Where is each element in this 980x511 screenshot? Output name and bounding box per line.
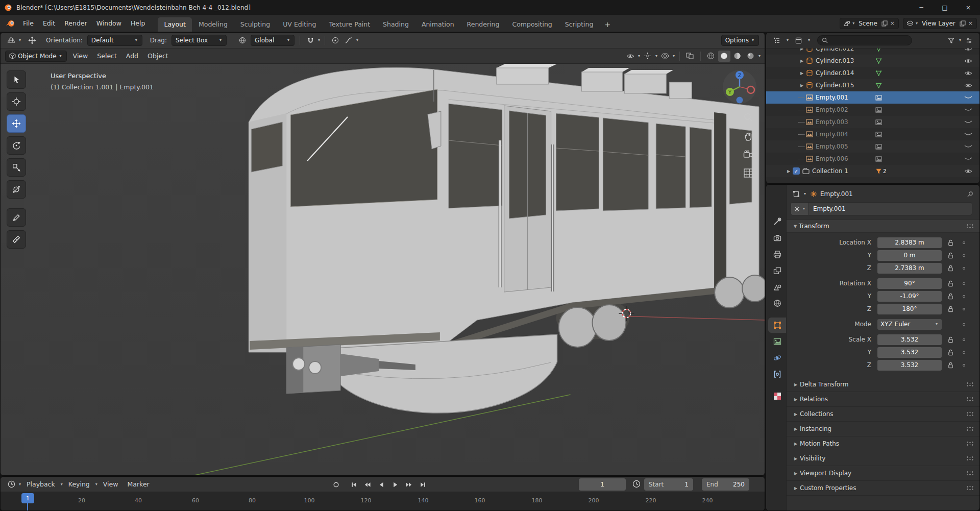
menu-add[interactable]: Add xyxy=(121,48,143,64)
eye-open-icon[interactable] xyxy=(964,83,972,88)
menu-window[interactable]: Window xyxy=(92,15,126,32)
eye-open-icon[interactable] xyxy=(964,168,972,174)
panel-grip-icon[interactable] xyxy=(966,382,974,387)
chevron-down-icon[interactable]: ▾ xyxy=(958,38,962,42)
panel-instancing[interactable]: ▶ Instancing xyxy=(787,422,979,436)
remove-view-layer-icon[interactable]: × xyxy=(967,20,974,27)
menu-select[interactable]: Select xyxy=(92,48,121,64)
preview-range-clock-icon[interactable] xyxy=(632,480,641,488)
playhead[interactable]: 1 xyxy=(21,493,34,503)
outliner-item-label[interactable]: Empty.003 xyxy=(816,118,848,126)
chevron-down-icon[interactable]: ▾ xyxy=(637,54,641,58)
chevron-down-icon[interactable]: ▾ xyxy=(94,482,99,486)
menu-render[interactable]: Render xyxy=(60,15,92,32)
chevron-down-icon[interactable]: ▾ xyxy=(786,38,790,42)
outliner-item-label[interactable]: Cylinder.014 xyxy=(816,69,854,77)
tool-annotate[interactable] xyxy=(7,208,26,227)
blender-logo-icon[interactable] xyxy=(5,19,15,28)
outliner-row-cylinder-015[interactable]: ▶ Cylinder.015 xyxy=(766,79,979,91)
tab-texture[interactable] xyxy=(768,388,786,404)
viewport-canvas[interactable]: User Perspective (1) Collection 1.001 | … xyxy=(1,64,765,476)
outliner-row-empty-001[interactable]: Empty.001 xyxy=(766,91,979,104)
close-button[interactable]: × xyxy=(957,0,980,15)
tab-modeling[interactable]: Modeling xyxy=(192,17,234,32)
tab-layout[interactable]: Layout xyxy=(158,17,192,32)
chevron-down-icon[interactable]: ▾ xyxy=(757,54,762,58)
outliner-row-empty-005[interactable]: Empty.005 xyxy=(766,140,979,153)
tab-physics[interactable] xyxy=(768,350,786,366)
panel-collections[interactable]: ▶ Collections xyxy=(787,407,979,422)
outliner-row-empty-004[interactable]: Empty.004 xyxy=(766,128,979,140)
outliner-item-label[interactable]: Cylinder.013 xyxy=(816,57,854,64)
tool-move[interactable] xyxy=(7,114,26,133)
filter-funnel-icon[interactable] xyxy=(945,35,958,46)
chevron-down-icon[interactable]: ▾ xyxy=(807,38,811,42)
scene-icon[interactable] xyxy=(842,20,851,27)
outliner-row-empty-002[interactable]: Empty.002 xyxy=(766,104,979,116)
proportional-editing-icon[interactable] xyxy=(329,35,341,46)
tool-cursor[interactable] xyxy=(7,92,26,111)
object-context-icon[interactable] xyxy=(793,190,800,198)
eye-closed-icon[interactable] xyxy=(964,157,972,161)
editor-type-outliner-icon[interactable] xyxy=(771,35,783,46)
panel-delta-transform[interactable]: ▶ Delta Transform xyxy=(787,377,979,392)
jump-to-start-button[interactable] xyxy=(348,478,360,491)
menu-keying[interactable]: Keying xyxy=(64,477,94,492)
disclosure-icon[interactable]: ▶ xyxy=(785,169,793,174)
panel-viewport-display[interactable]: ▶ Viewport Display xyxy=(787,466,979,481)
lock-open-icon[interactable] xyxy=(944,293,957,300)
location-z-field[interactable]: 2.7383 m xyxy=(877,263,942,274)
tab-uv-editing[interactable]: UV Editing xyxy=(277,17,322,32)
outliner-search-input[interactable] xyxy=(817,35,912,45)
chevron-down-icon[interactable]: ▾ xyxy=(803,192,807,196)
shading-material-icon[interactable] xyxy=(731,51,744,62)
eye-closed-icon[interactable] xyxy=(964,144,972,149)
animate-dot[interactable] xyxy=(963,351,965,354)
panel-grip-icon[interactable] xyxy=(966,397,974,402)
panel-grip-icon[interactable] xyxy=(966,456,974,461)
shading-solid-icon[interactable] xyxy=(718,51,730,62)
train-model[interactable] xyxy=(249,64,765,413)
lock-open-icon[interactable] xyxy=(944,265,957,272)
panel-transform-header[interactable]: ▼ Transform xyxy=(787,220,979,233)
unlink-scene-icon[interactable]: × xyxy=(889,20,896,27)
animate-dot[interactable] xyxy=(963,338,965,341)
lock-open-icon[interactable] xyxy=(944,306,957,312)
chevron-down-icon[interactable]: ▾ xyxy=(18,482,22,486)
new-view-layer-icon[interactable] xyxy=(959,20,967,27)
pan-hand-icon[interactable] xyxy=(743,131,753,141)
outliner-row-empty-003[interactable]: Empty.003 xyxy=(766,116,979,128)
menu-file[interactable]: File xyxy=(18,15,38,32)
transform-orientation-icon[interactable] xyxy=(236,35,249,46)
navigation-gizmo[interactable]: Z Y xyxy=(722,69,757,105)
options-dropdown[interactable]: Options ▾ xyxy=(721,35,759,46)
object-name-value[interactable]: Empty.001 xyxy=(809,205,850,212)
new-scene-icon[interactable] xyxy=(880,20,889,27)
rotation-z-field[interactable]: 180° xyxy=(877,304,942,314)
collection-filter-icon[interactable]: 2 xyxy=(875,168,886,175)
animate-dot[interactable] xyxy=(963,364,965,367)
record-button[interactable] xyxy=(330,478,342,491)
scale-x-field[interactable]: 3.532 xyxy=(877,334,942,345)
panel-grip-icon[interactable] xyxy=(966,441,974,446)
add-workspace-button[interactable]: + xyxy=(600,17,615,32)
disclosure-icon[interactable]: ▶ xyxy=(798,59,806,63)
orthographic-grid-icon[interactable] xyxy=(743,168,753,178)
overlays-toggle-icon[interactable] xyxy=(659,51,671,62)
maximize-button[interactable]: □ xyxy=(933,0,957,15)
tab-shading[interactable]: Shading xyxy=(377,17,415,32)
orientation-dropdown[interactable]: Default ▾ xyxy=(87,35,142,46)
chevron-down-icon[interactable]: ▾ xyxy=(851,21,855,26)
disclosure-icon[interactable]: ▶ xyxy=(798,83,806,88)
animate-dot[interactable] xyxy=(963,323,965,326)
proportional-falloff-icon[interactable] xyxy=(342,35,355,46)
panel-grip-icon[interactable] xyxy=(966,224,974,229)
gizmos-toggle-icon[interactable] xyxy=(642,51,654,62)
frame-start-field[interactable]: Start 1 xyxy=(644,478,693,491)
shading-rendered-icon[interactable] xyxy=(745,51,757,62)
tab-view-layer[interactable] xyxy=(768,263,786,278)
scale-y-field[interactable]: 3.532 xyxy=(877,347,942,358)
tab-rendering[interactable]: Rendering xyxy=(461,17,506,32)
next-keyframe-button[interactable] xyxy=(403,478,415,491)
tab-scene[interactable] xyxy=(768,279,786,295)
